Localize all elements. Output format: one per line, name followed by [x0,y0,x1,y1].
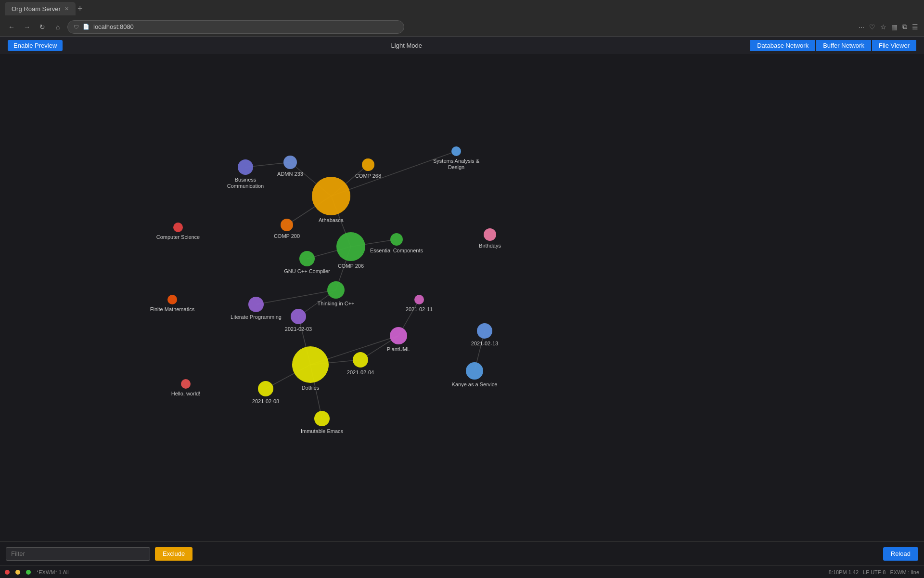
node-date-2021-02-03[interactable] [291,309,306,324]
svg-text:Literate Programming: Literate Programming [231,314,282,320]
status-dot-yellow [15,570,20,575]
svg-text:COMP 200: COMP 200 [274,233,300,239]
node-comp-200[interactable] [281,219,293,231]
svg-text:COMP 268: COMP 268 [355,173,381,179]
svg-text:Dotfiles: Dotfiles [302,385,320,391]
exclude-button[interactable]: Exclude [155,547,192,561]
split-icon[interactable]: ⧉ [902,23,907,31]
star-icon[interactable]: ☆ [880,23,886,31]
svg-text:GNU C++ Compiler: GNU C++ Compiler [284,268,330,274]
status-bar: *EXWM* 1 All 8:18PM 1.42 LF UTF-8 EXWM :… [0,565,924,578]
node-gnu-cpp[interactable] [299,251,315,266]
node-kanye-service[interactable] [466,362,483,380]
back-button[interactable]: ← [6,21,17,33]
svg-text:Essential Components: Essential Components [370,248,424,253]
forward-button[interactable]: → [21,21,33,33]
svg-text:Finite Mathematics: Finite Mathematics [150,306,195,312]
browser-toolbar: ← → ↻ ⌂ 🛡 📄 localhost:8080 ··· ♡ ☆ ▦ ⧉ ☰ [0,17,924,37]
svg-text:Design: Design [448,164,464,170]
svg-text:2021-02-13: 2021-02-13 [471,341,498,346]
heart-icon[interactable]: ♡ [869,23,875,31]
node-business-communication[interactable] [238,159,253,175]
app-header: Enable Preview Light Mode Database Netwo… [0,37,924,54]
node-comp-206[interactable] [336,232,365,261]
status-dot-green [26,570,31,575]
node-essential-components[interactable] [390,233,403,246]
node-date-2021-02-04[interactable] [353,352,368,368]
node-admn-233[interactable] [283,156,297,169]
svg-text:Hello, world!: Hello, world! [171,391,201,396]
svg-text:2021-02-03: 2021-02-03 [285,326,312,332]
svg-text:Kanye as a Service: Kanye as a Service [452,381,498,387]
status-right: 8:18PM 1.42 LF UTF-8 EXWM : line [829,569,919,575]
svg-text:COMP 206: COMP 206 [338,263,364,269]
svg-text:Immutable Emacs: Immutable Emacs [301,428,344,434]
svg-text:2021-02-08: 2021-02-08 [252,398,279,404]
database-network-tab[interactable]: Database Network [750,40,815,51]
workspace-indicator: *EXWM* 1 All [37,569,69,575]
main-canvas: BusinessCommunicationADMN 233COMP 268Sys… [0,54,924,541]
reload-button[interactable]: ↻ [37,21,48,33]
page-icon: 📄 [83,24,90,30]
enable-preview-button[interactable]: Enable Preview [8,40,63,51]
tab-area: Org Roam Server ✕ + [5,2,82,15]
node-immutable-emacs[interactable] [314,411,330,426]
svg-text:2021-02-11: 2021-02-11 [406,306,433,312]
node-dotfiles[interactable] [292,346,329,383]
node-thinking-cpp[interactable] [327,281,345,299]
network-graph[interactable]: BusinessCommunicationADMN 233COMP 268Sys… [0,54,924,541]
filter-input[interactable] [6,547,150,561]
svg-text:Systems Analysis &: Systems Analysis & [433,158,480,164]
svg-text:2021-02-04: 2021-02-04 [347,369,374,375]
url-text: localhost:8080 [93,23,134,30]
svg-text:ADMN 233: ADMN 233 [277,171,303,177]
light-mode-toggle[interactable]: Light Mode [68,42,744,49]
security-icon: 🛡 [74,24,79,30]
node-date-2021-02-11[interactable] [414,295,424,304]
node-finite-mathematics[interactable] [167,295,177,304]
reload-button[interactable]: Reload [883,547,918,561]
status-mode: EXWM : line [890,569,919,575]
buffer-network-tab[interactable]: Buffer Network [816,40,871,51]
svg-text:Birthdays: Birthdays [479,243,501,249]
browser-titlebar: Org Roam Server ✕ + [0,0,924,17]
svg-text:Communication: Communication [227,183,264,189]
node-computer-science[interactable] [173,223,183,232]
filter-bar: Exclude Reload [0,541,924,565]
status-time: 8:18PM 1.42 [829,569,859,575]
svg-text:PlantUML: PlantUML [387,346,410,352]
header-nav: Database Network Buffer Network File Vie… [750,40,916,51]
node-date-2021-02-08[interactable] [258,381,273,396]
tab-close-icon[interactable]: ✕ [64,6,69,12]
more-icon[interactable]: ··· [859,23,864,31]
node-plantUML[interactable] [390,327,407,344]
status-encoding: LF UTF-8 [863,569,886,575]
node-athabasca[interactable] [312,177,350,215]
sidebar-icon[interactable]: ▦ [891,23,898,31]
node-literate-programming[interactable] [248,297,264,312]
node-systems-analysis[interactable] [451,146,461,156]
svg-text:Business: Business [235,177,257,183]
address-bar[interactable]: 🛡 📄 localhost:8080 [67,20,404,34]
home-button[interactable]: ⌂ [52,21,64,33]
node-comp-268[interactable] [362,158,374,171]
new-tab-button[interactable]: + [77,4,83,14]
status-dot-red [5,570,10,575]
node-birthdays[interactable] [484,228,496,241]
svg-text:Computer Science: Computer Science [156,234,200,240]
node-hello-world[interactable] [181,379,191,389]
tab-title: Org Roam Server [12,5,61,13]
file-viewer-tab[interactable]: File Viewer [872,40,916,51]
active-tab[interactable]: Org Roam Server ✕ [5,2,76,15]
svg-text:Athabasca: Athabasca [319,217,344,223]
node-date-2021-02-13[interactable] [477,323,492,339]
toolbar-right: ··· ♡ ☆ ▦ ⧉ ☰ [859,23,918,31]
svg-text:Thinking in C++: Thinking in C++ [317,301,354,306]
menu-icon[interactable]: ☰ [912,23,918,31]
